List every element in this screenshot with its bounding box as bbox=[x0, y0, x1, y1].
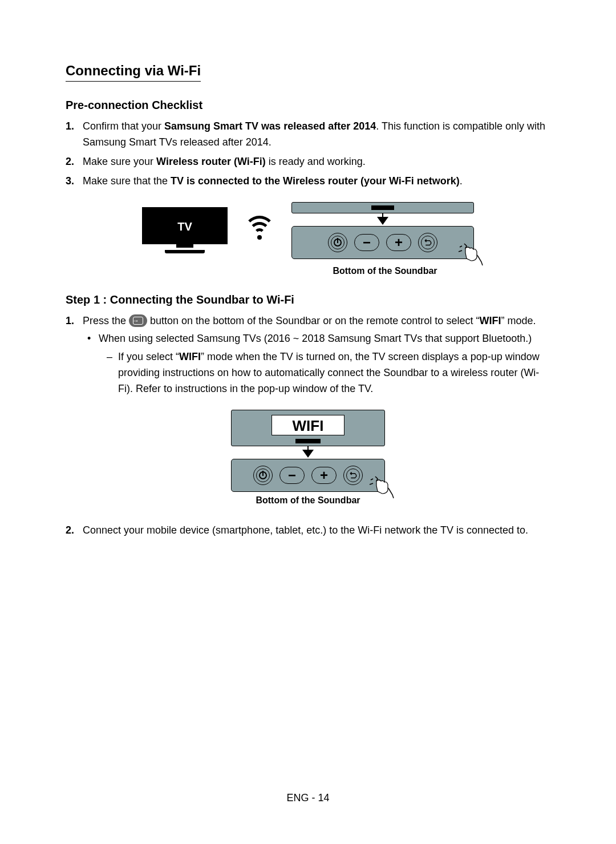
tv-illustration: TV bbox=[142, 207, 228, 253]
list-number: 1. bbox=[66, 119, 83, 151]
volume-down-icon: − bbox=[354, 234, 379, 251]
wifi-icon bbox=[244, 216, 275, 245]
soundbar-button-panel: − + ⮌ bbox=[291, 226, 474, 259]
step1-list-cont: 2. Connect your mobile device (smartphon… bbox=[66, 523, 550, 539]
bullet-list: When using selected Samsung TVs (2016 ~ … bbox=[83, 331, 550, 397]
checklist-block: Pre-connection Checklist 1. Confirm that… bbox=[66, 99, 550, 276]
source-button-icon: ⮌ bbox=[418, 233, 437, 252]
figure-soundbar-wifi: WIFI − + ⮌ Bottom of the Soundbar bbox=[66, 410, 550, 506]
checklist-item: 2. Make sure your Wireless router (Wi-Fi… bbox=[66, 154, 550, 170]
soundbar-display-label: WIFI bbox=[271, 415, 345, 435]
step1-heading: Step 1 : Connecting the Soundbar to Wi-F… bbox=[66, 293, 550, 306]
dash-item: If you select “WIFI” mode when the TV is… bbox=[99, 349, 550, 397]
step1-block: Step 1 : Connecting the Soundbar to Wi-F… bbox=[66, 293, 550, 539]
step1-item: 2. Connect your mobile device (smartphon… bbox=[66, 523, 550, 539]
soundbar-bottom-illustration: − + ⮌ bbox=[291, 202, 474, 259]
power-button-icon bbox=[253, 466, 273, 485]
step1-list: 1. Press the button on the bottom of the… bbox=[66, 313, 550, 399]
checklist-item: 3. Make sure that the TV is connected to… bbox=[66, 173, 550, 189]
checklist-list: 1. Confirm that your Samsung Smart TV wa… bbox=[66, 119, 550, 189]
power-button-icon bbox=[328, 233, 347, 252]
list-number: 1. bbox=[66, 313, 83, 399]
list-text: Make sure your Wireless router (Wi-Fi) i… bbox=[83, 154, 550, 170]
section-title: Connecting via Wi-Fi bbox=[66, 63, 201, 82]
soundbar-display: WIFI bbox=[231, 410, 385, 446]
checklist-item: 1. Confirm that your Samsung Smart TV wa… bbox=[66, 119, 550, 151]
figure-tv-wifi-soundbar: TV − + ⮌ bbox=[66, 202, 550, 259]
source-input-icon bbox=[129, 314, 147, 327]
list-text: Make sure that the TV is connected to th… bbox=[83, 173, 550, 189]
figure2-caption: Bottom of the Soundbar bbox=[66, 495, 550, 506]
source-button-icon: ⮌ bbox=[343, 466, 363, 485]
volume-down-icon: − bbox=[279, 467, 305, 484]
list-number: 3. bbox=[66, 173, 83, 189]
tv-label: TV bbox=[142, 207, 228, 244]
step1-item: 1. Press the button on the bottom of the… bbox=[66, 313, 550, 399]
figure1-caption: Bottom of the Soundbar bbox=[66, 266, 550, 276]
hand-pointer-icon bbox=[368, 475, 395, 499]
list-text: Press the button on the bottom of the So… bbox=[83, 313, 550, 399]
list-text: Confirm that your Samsung Smart TV was r… bbox=[83, 119, 550, 151]
list-number: 2. bbox=[66, 154, 83, 170]
list-number: 2. bbox=[66, 523, 83, 539]
page-footer: ENG - 14 bbox=[0, 792, 616, 804]
list-text: Connect your mobile device (smartphone, … bbox=[83, 523, 550, 539]
hand-pointer-icon bbox=[457, 243, 484, 266]
bullet-item: When using selected Samsung TVs (2016 ~ … bbox=[83, 331, 550, 397]
volume-up-icon: + bbox=[311, 467, 337, 484]
soundbar-button-panel: − + ⮌ bbox=[231, 459, 385, 492]
checklist-heading: Pre-connection Checklist bbox=[66, 99, 550, 112]
volume-up-icon: + bbox=[386, 234, 411, 251]
dash-list: If you select “WIFI” mode when the TV is… bbox=[99, 349, 550, 397]
